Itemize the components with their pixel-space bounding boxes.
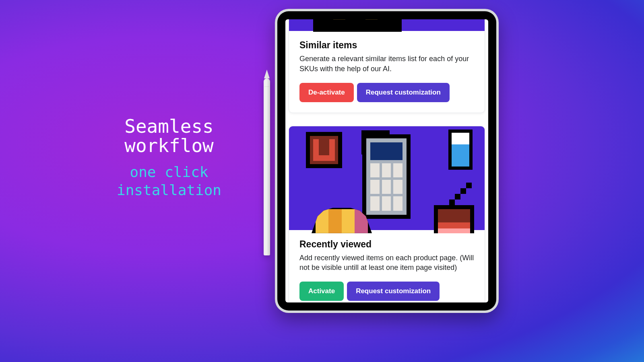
card-description: Generate a relevant similar items list f… [299,54,474,74]
hero-copy: Seamless workflow one click installation [93,117,246,199]
tablet-screen: Similar items Generate a relevant simila… [285,19,488,302]
request-customization-button[interactable]: Request customization [357,83,450,102]
card-image-similar [289,19,485,31]
pixel-cup-steam-icon [449,182,477,206]
tablet-frame: Similar items Generate a relevant simila… [275,9,499,313]
card-image-recently-viewed [289,126,485,230]
request-customization-button[interactable]: Request customization [347,282,440,301]
card-title: Similar items [299,40,474,51]
card-recently-viewed: Recently viewed Add recently viewed item… [289,126,485,302]
card-similar-items: Similar items Generate a relevant simila… [289,19,485,113]
hero-subtitle: one click installation [93,163,246,199]
deactivate-button[interactable]: De-activate [299,83,354,102]
tablet-bezel: Similar items Generate a relevant simila… [277,11,496,311]
app-scroll-area[interactable]: Similar items Generate a relevant simila… [285,19,488,302]
hero-title: Seamless workflow [93,117,246,156]
card-title: Recently viewed [299,239,474,250]
activate-button[interactable]: Activate [299,282,344,301]
pixel-calculator-icon [362,134,411,219]
pixel-cup-icon [434,205,474,233]
stylus-icon [264,78,270,255]
card-description: Add recently viewed items on each produc… [299,253,474,273]
